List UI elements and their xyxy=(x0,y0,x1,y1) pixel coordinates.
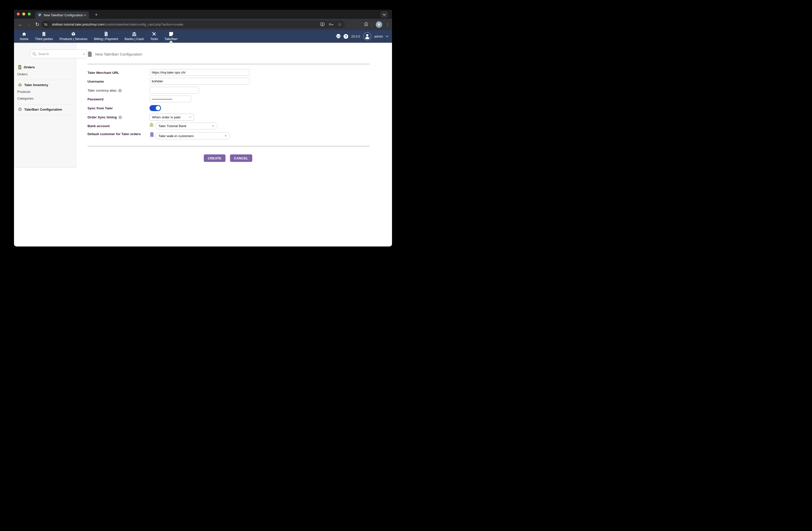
nav-banks-cash[interactable]: Banks | Cash xyxy=(121,30,147,43)
order-sync-timing-select[interactable]: When order is paid xyxy=(149,114,194,121)
tune-icon xyxy=(44,23,47,26)
bank-icon xyxy=(132,32,136,36)
app-navbar: Home Third parties Products | Services $… xyxy=(14,30,392,43)
print-icon[interactable] xyxy=(336,34,341,39)
search-icon xyxy=(32,52,36,56)
customer-building-icon xyxy=(150,132,154,137)
site-info-button[interactable] xyxy=(42,21,49,28)
field-label-sync-from-taler: Sync from Taler xyxy=(87,106,113,110)
info-icon[interactable]: i xyxy=(118,89,122,92)
screen: D New TalerBarr Configuration × + ← → ↻ … xyxy=(0,0,406,266)
address-bar[interactable]: dolibarr.tutorial.taler.potuzhnyi.com/cu… xyxy=(42,20,345,28)
browser-toolbar: ← → ↻ dolibarr.tutorial.taler.potuzhnyi.… xyxy=(14,19,392,30)
inventory-box-icon xyxy=(18,83,22,87)
navbar-right: ? 23.0.0 admin xyxy=(336,30,389,43)
create-button[interactable]: CREATE xyxy=(204,154,226,162)
talerbarr-module-icon xyxy=(169,32,173,36)
back-button[interactable]: ← xyxy=(16,19,24,30)
sidebar-item-products[interactable]: Products xyxy=(17,90,30,94)
sidebar-section-taler-inventory[interactable]: Taler Inventory xyxy=(18,83,48,87)
tab-title: New TalerBarr Configuration xyxy=(44,14,83,17)
building-icon xyxy=(42,32,45,36)
browser-window: D New TalerBarr Configuration × + ← → ↻ … xyxy=(14,10,392,247)
browser-tab[interactable]: D New TalerBarr Configuration × xyxy=(35,12,89,19)
field-label-username: Username xyxy=(87,80,104,83)
field-label-default-customer: Default customer for Taler orders xyxy=(87,131,145,137)
field-label-password: Password xyxy=(87,97,103,101)
profile-avatar[interactable]: B xyxy=(376,21,382,28)
search-input[interactable] xyxy=(38,52,83,56)
tab-strip: D New TalerBarr Configuration × + xyxy=(14,10,392,19)
install-app-icon[interactable] xyxy=(320,23,324,26)
macos-zoom-button[interactable] xyxy=(28,13,31,15)
extensions-icon[interactable] xyxy=(364,22,368,27)
dropdown-arrow-icon: ▼ xyxy=(224,135,227,137)
nav-products-services[interactable]: Products | Services xyxy=(56,30,91,43)
field-label-currency-alias: Taler currency alias i xyxy=(87,88,122,92)
forward-button[interactable]: → xyxy=(25,19,32,30)
page-doc-icon xyxy=(88,52,92,57)
tab-search-button[interactable] xyxy=(380,11,388,18)
search-dropdown-caret-icon[interactable]: ▾ xyxy=(83,53,85,55)
field-label-bank-account: Bank account xyxy=(87,124,110,128)
orders-doc-icon xyxy=(18,65,21,69)
nav-home[interactable]: Home xyxy=(16,30,32,43)
macos-close-button[interactable] xyxy=(17,13,20,15)
url-text: dolibarr.tutorial.taler.potuzhnyi.com/cu… xyxy=(52,23,183,26)
user-name[interactable]: admin xyxy=(374,34,383,38)
bank-account-dropdown[interactable]: Taler Tutorial Bank ▼ xyxy=(155,123,218,129)
page-title: New TalerBarr Configuration xyxy=(95,52,142,56)
sidebar-section-talerbarr-config[interactable]: TalerBarr Configuration xyxy=(18,107,62,111)
macos-minimize-button[interactable] xyxy=(22,13,25,15)
tab-close-icon[interactable]: × xyxy=(83,13,87,17)
reload-button[interactable]: ↻ xyxy=(33,19,41,30)
nav-tools[interactable]: Tools xyxy=(147,30,161,43)
sidebar-divider xyxy=(16,115,73,115)
dropdown-arrow-icon: ▼ xyxy=(212,125,214,127)
page-title-row: New TalerBarr Configuration xyxy=(88,52,142,57)
toggle-knob xyxy=(156,106,160,110)
sidebar xyxy=(14,43,76,168)
new-tab-button[interactable]: + xyxy=(93,12,100,18)
svg-text:$: $ xyxy=(105,33,107,36)
active-module-indicator xyxy=(169,41,173,43)
sidebar-item-categories[interactable]: Categories xyxy=(17,97,33,100)
toolbar-divider xyxy=(372,22,372,27)
bookmark-star-icon[interactable]: ☆ xyxy=(338,22,342,27)
help-icon[interactable]: ? xyxy=(344,34,348,39)
nav-third-parties[interactable]: Third parties xyxy=(32,30,56,43)
form-top-rule xyxy=(87,64,369,64)
gear-icon xyxy=(18,107,22,111)
username-input[interactable] xyxy=(149,78,249,85)
nav-billing-payment[interactable]: $ Billing | Payment xyxy=(91,30,121,43)
bank-account-icon xyxy=(149,123,154,127)
default-customer-dropdown[interactable]: Taler walk-in customers ▼ xyxy=(155,132,230,139)
user-avatar-icon[interactable] xyxy=(363,32,372,41)
user-menu-chevron-icon[interactable] xyxy=(386,36,389,37)
merchant-url-input[interactable] xyxy=(149,69,249,76)
nav-talerbarr[interactable]: TalerBarr xyxy=(161,30,181,43)
dolibarr-favicon: D xyxy=(38,13,42,17)
browser-menu-icon[interactable]: ⋮ xyxy=(386,22,390,27)
select-chevron-icon xyxy=(189,116,191,118)
cancel-button[interactable]: CANCEL xyxy=(230,154,252,162)
password-input[interactable] xyxy=(149,96,191,102)
toolbar-right: B ⋮ xyxy=(364,19,390,30)
password-key-icon[interactable] xyxy=(329,23,334,26)
sidebar-section-orders[interactable]: Orders xyxy=(18,65,35,69)
sidebar-search[interactable]: ▾ xyxy=(30,50,87,58)
form-bottom-rule xyxy=(87,146,369,146)
home-icon xyxy=(22,32,26,36)
product-box-icon xyxy=(71,32,75,36)
app-version: 23.0.0 xyxy=(351,34,360,38)
invoice-icon: $ xyxy=(104,32,108,36)
currency-alias-input[interactable] xyxy=(149,87,199,94)
chevron-down-icon xyxy=(383,14,386,16)
field-label-order-sync-timing: Order Sync timing i xyxy=(87,115,122,119)
field-label-merchant-url: Taler Merchant URL xyxy=(87,71,119,74)
tools-icon xyxy=(152,32,156,36)
sidebar-item-orders[interactable]: Orders xyxy=(17,72,28,76)
sync-from-taler-toggle[interactable] xyxy=(149,105,161,111)
info-icon[interactable]: i xyxy=(118,116,122,119)
